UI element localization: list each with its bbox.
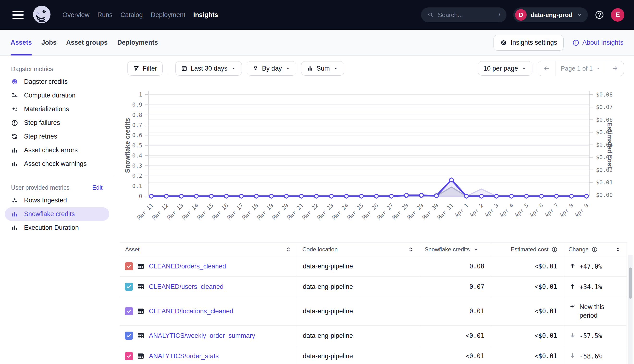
- table-icon: [137, 283, 144, 290]
- svg-text:$0.00: $0.00: [596, 192, 613, 198]
- insights-settings-button[interactable]: Insights settings: [494, 35, 564, 51]
- svg-text:0.5: 0.5: [132, 142, 142, 149]
- column-label: Code location: [302, 246, 338, 253]
- tab-deployments[interactable]: Deployments: [117, 30, 158, 56]
- workspace-switcher[interactable]: D data-eng-prod: [513, 8, 588, 22]
- arrow-down-icon: [569, 352, 576, 359]
- nav-item-catalog[interactable]: Catalog: [120, 11, 143, 19]
- aggregation-select[interactable]: Sum: [301, 61, 344, 76]
- asset-link[interactable]: CLEANED/users_cleaned: [149, 283, 224, 290]
- prev-page-button[interactable]: [538, 61, 555, 76]
- change-indicator: -57.5%: [569, 331, 602, 340]
- asset-link[interactable]: CLEANED/locations_cleaned: [149, 308, 233, 315]
- granularity-select[interactable]: By day: [247, 61, 296, 76]
- workspace-avatar: D: [515, 9, 527, 21]
- code-location-value: data-eng-pipeline: [303, 308, 353, 315]
- change-value: +47.0%: [580, 262, 602, 271]
- search-input[interactable]: Search... /: [421, 8, 506, 22]
- column-header-snowflake-credits[interactable]: Snowflake credits: [419, 243, 490, 256]
- nav-item-deployment[interactable]: Deployment: [151, 11, 186, 19]
- svg-text:Mar 16: Mar 16: [211, 202, 230, 221]
- change-indicator: +47.0%: [569, 262, 602, 271]
- sidebar-item-asset-check-errors[interactable]: Asset check errors: [5, 143, 109, 157]
- sidebar-item-step-failures[interactable]: Step failures: [5, 116, 109, 130]
- sidebar-item-rows-ingested[interactable]: Rows Ingested: [5, 194, 109, 207]
- search-shortcut-key: /: [498, 11, 500, 19]
- cost-cell: <$0.01: [490, 276, 563, 297]
- next-page-button[interactable]: [606, 61, 624, 76]
- change-indicator: New this period: [569, 302, 620, 320]
- table-icon: [137, 307, 144, 315]
- assets-table: AssetCode locationSnowflake creditsEstim…: [120, 242, 627, 364]
- per-page-label: 10 per page: [484, 65, 518, 72]
- svg-text:Apr 3: Apr 3: [484, 202, 500, 218]
- svg-text:0.3: 0.3: [132, 162, 142, 169]
- column-header-change[interactable]: Change: [563, 243, 626, 256]
- sidebar-item-execution-duration[interactable]: Execution Duration: [5, 221, 109, 234]
- bar-chart-icon: [11, 160, 18, 168]
- sidebar-item-snowflake-credits[interactable]: Snowflake credits: [5, 207, 109, 221]
- insights-main: Filter Last 30 days By day: [114, 56, 634, 364]
- tab-assets[interactable]: Assets: [10, 30, 32, 56]
- sidebar-item-asset-check-warnings[interactable]: Asset check warnings: [5, 157, 109, 171]
- svg-text:Mar 19: Mar 19: [256, 202, 274, 221]
- nav-item-overview[interactable]: Overview: [62, 11, 90, 19]
- about-insights-link[interactable]: About Insights: [572, 39, 624, 46]
- row-checkbox[interactable]: [125, 332, 133, 340]
- svg-text:Apr 7: Apr 7: [544, 202, 560, 218]
- sidebar-item-materializations[interactable]: Materializations: [5, 102, 109, 116]
- edit-metrics-link[interactable]: Edit: [92, 184, 102, 191]
- row-checkbox[interactable]: [125, 282, 133, 291]
- user-avatar[interactable]: E: [611, 8, 624, 22]
- nav-item-insights[interactable]: Insights: [193, 11, 218, 19]
- column-header-estimated-cost[interactable]: Estimated cost: [490, 243, 563, 256]
- table-row: ANALYTICS/order_statsdata-eng-pipeline<0…: [120, 346, 626, 364]
- per-page-select[interactable]: 10 per page: [478, 61, 532, 76]
- scrollbar-thumb[interactable]: [629, 268, 632, 299]
- date-range-select[interactable]: Last 30 days: [175, 61, 242, 76]
- asset-link[interactable]: ANALYTICS/order_stats: [149, 352, 219, 360]
- asset-link[interactable]: ANALYTICS/weekly_order_summary: [149, 332, 255, 340]
- asset-link[interactable]: CLEANED/orders_cleaned: [149, 263, 226, 270]
- sidebar-section-header: Dagster metrics: [0, 63, 114, 75]
- nav-item-runs[interactable]: Runs: [98, 11, 113, 19]
- svg-text:Mar 27: Mar 27: [376, 202, 394, 221]
- svg-text:Mar 23: Mar 23: [316, 202, 334, 221]
- asset-cell: CLEANED/locations_cleaned: [120, 297, 297, 325]
- caret-down-icon: [521, 66, 527, 71]
- column-header-asset[interactable]: Asset: [120, 243, 297, 256]
- page-select[interactable]: Page 1 of 1: [556, 61, 606, 76]
- table-row: CLEANED/orders_cleaneddata-eng-pipeline0…: [120, 256, 626, 276]
- sidebar-item-label: Execution Duration: [24, 224, 79, 232]
- svg-text:Mar 25: Mar 25: [346, 202, 364, 221]
- svg-text:0.4: 0.4: [132, 152, 142, 159]
- asset-cell: ANALYTICS/weekly_order_summary: [120, 326, 297, 346]
- octopus-logo-icon: [31, 4, 53, 26]
- menu-icon[interactable]: [12, 11, 24, 19]
- column-label: Snowflake credits: [424, 246, 470, 253]
- svg-text:$0.01: $0.01: [596, 179, 613, 186]
- dagster-logo[interactable]: [31, 4, 53, 26]
- filter-button[interactable]: Filter: [127, 61, 162, 76]
- info-icon: [592, 246, 598, 252]
- change-cell: -57.5%: [563, 326, 626, 346]
- row-checkbox[interactable]: [125, 352, 133, 360]
- gear-icon: [500, 39, 507, 46]
- row-checkbox[interactable]: [125, 307, 133, 315]
- tab-jobs[interactable]: Jobs: [42, 30, 57, 56]
- help-icon[interactable]: [594, 10, 604, 20]
- credits-chart[interactable]: 00.10.20.30.40.50.60.70.80.91$0.00$0.01$…: [114, 86, 634, 230]
- tab-asset-groups[interactable]: Asset groups: [66, 30, 108, 56]
- row-checkbox[interactable]: [125, 262, 133, 270]
- column-header-code-location[interactable]: Code location: [297, 243, 419, 256]
- sidebar-item-step-retries[interactable]: Step retries: [5, 130, 109, 143]
- table-row: CLEANED/locations_cleaneddata-eng-pipeli…: [120, 297, 626, 325]
- column-label: Estimated cost: [511, 246, 548, 253]
- dots-icon: [11, 197, 18, 204]
- sidebar-item-label: Asset check warnings: [24, 160, 87, 168]
- sidebar-item-dagster-credits[interactable]: Dagster credits: [5, 75, 109, 88]
- sidebar-item-label: Dagster credits: [24, 78, 68, 86]
- sidebar-item-compute-duration[interactable]: Compute duration: [5, 88, 109, 102]
- scrollbar-track[interactable]: [628, 255, 632, 364]
- insights-tabbar: AssetsJobsAsset groupsDeployments Insigh…: [0, 30, 634, 56]
